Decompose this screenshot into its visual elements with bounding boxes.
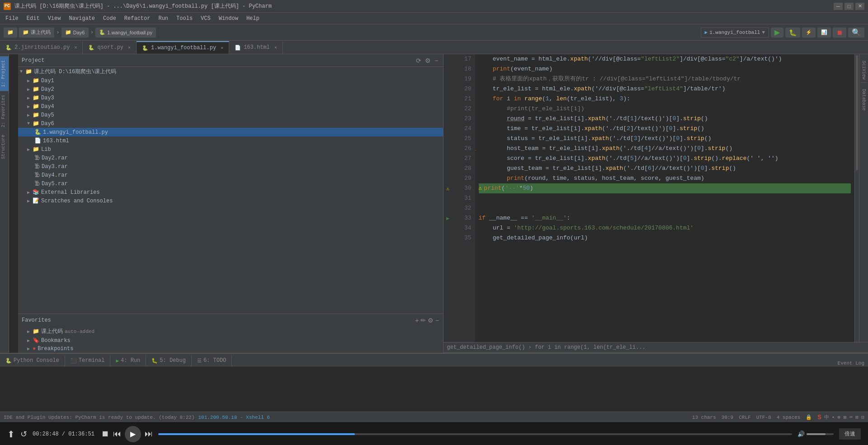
- bottom-tab-terminal[interactable]: ⬛ Terminal: [65, 355, 111, 366]
- panel-tab-favorites[interactable]: 2: Favorites: [0, 91, 9, 131]
- gutter-33[interactable]: ▶: [443, 213, 453, 223]
- tree-day4[interactable]: ▶ 📁 Day4: [18, 102, 443, 111]
- tab-close-qsort[interactable]: ✕: [128, 45, 131, 50]
- linenum-23: 23: [456, 114, 472, 124]
- code-editor[interactable]: event_name = html_ele.xpath('//div[@clas…: [475, 54, 855, 342]
- day6-label: Day6: [41, 121, 54, 127]
- favorites-add-button[interactable]: +: [415, 317, 419, 324]
- breadcrumb-day6[interactable]: 📁 课上代码: [19, 28, 54, 37]
- tree-day3rar[interactable]: 🗜 Day3.rar: [18, 162, 443, 171]
- tab-close-163html[interactable]: ✕: [274, 45, 277, 50]
- volume-bar[interactable]: [807, 433, 834, 435]
- video-prev-button[interactable]: ⬆: [7, 429, 15, 440]
- scrollbar-thumb[interactable]: [856, 55, 858, 170]
- tab-163html[interactable]: 📄 163.html ✕: [229, 41, 283, 54]
- vertical-scrollbar[interactable]: [854, 54, 859, 342]
- xshell-label: 101.200.50.18 - Xshell 6: [198, 415, 269, 420]
- sciview-tab[interactable]: SciView: [860, 58, 867, 83]
- folder-icon[interactable]: 📁: [4, 28, 17, 37]
- event-log-btn[interactable]: Event Log: [838, 361, 868, 366]
- profile-button[interactable]: 📊: [817, 28, 831, 37]
- video-rewind-button[interactable]: ⏮: [113, 429, 121, 439]
- stop-button[interactable]: ⏹: [833, 28, 846, 37]
- menu-file[interactable]: File: [2, 14, 22, 23]
- tree-day5rar[interactable]: 🗜 Day5.rar: [18, 179, 443, 188]
- breadcrumb-day6-folder[interactable]: 📁 Day6: [61, 28, 89, 37]
- sidebar-gear-button[interactable]: ⚙: [424, 57, 432, 64]
- tree-root[interactable]: ▼ 📁 课上代码 D:\16期爬虫\课上代码: [18, 67, 443, 76]
- favorites-gear-button[interactable]: ⚙: [428, 317, 434, 324]
- menu-code[interactable]: Code: [99, 14, 120, 23]
- tree-day2rar[interactable]: 🗜 Day2.rar: [18, 154, 443, 162]
- search-everywhere[interactable]: 🔍: [848, 28, 864, 37]
- fav-breakpoints[interactable]: ▶ ● Breakpoints: [18, 345, 443, 353]
- tree-scratches[interactable]: ▶ 📝 Scratches and Consoles: [18, 197, 443, 205]
- breadcrumb-file[interactable]: 🐍 1.wangyi_football.py: [95, 28, 156, 37]
- video-refresh-button[interactable]: ↺: [20, 429, 27, 439]
- favorites-collapse-button[interactable]: −: [435, 317, 439, 324]
- video-play-button[interactable]: ▶: [125, 426, 141, 442]
- favorites-edit-button[interactable]: ✏: [420, 317, 426, 324]
- tree-163html[interactable]: 📄 163.html: [18, 136, 443, 145]
- run-marker-icon[interactable]: ▶: [446, 215, 449, 222]
- menu-help[interactable]: Help: [243, 14, 263, 23]
- tree-day1[interactable]: ▶ 📁 Day1: [18, 76, 443, 85]
- bottom-tab-debug[interactable]: 🐛 5: Debug: [146, 355, 192, 366]
- menu-bar: File Edit View Navigate Code Refactor Ru…: [0, 13, 868, 24]
- tree-lib[interactable]: ▶ 📁 Lib: [18, 145, 443, 154]
- python-console-label: Python Console: [14, 357, 59, 364]
- tab-qsort[interactable]: 🐍 qsort.py ✕: [83, 41, 137, 54]
- panel-tab-project[interactable]: 1: Project: [0, 56, 9, 91]
- sidebar-collapse-button[interactable]: −: [434, 57, 439, 64]
- menu-tools[interactable]: Tools: [173, 14, 196, 23]
- tree-wangyi-football[interactable]: 🐍 1.wangyi_football.py: [18, 128, 443, 136]
- editor-area: ⚠ ▶ 17 18 19 20 21 22 23 24 25 26 27 2: [443, 54, 868, 353]
- video-progress-bar[interactable]: [158, 433, 792, 435]
- code-line-17: event_name = html_ele.xpath('//div[@clas…: [479, 54, 851, 64]
- coverage-button[interactable]: ⚡: [802, 28, 816, 37]
- minimize-button[interactable]: ─: [834, 3, 843, 10]
- menu-navigate[interactable]: Navigate: [65, 14, 99, 23]
- tab-close-jinritoutiao[interactable]: ✕: [74, 45, 77, 50]
- run-configuration[interactable]: ▶ 1.wangyi_football ▼: [701, 28, 769, 37]
- auto-added-label: auto-added: [65, 329, 94, 334]
- event-log-label: Event Log: [838, 361, 864, 366]
- tab-jinritoutiao[interactable]: 🐍 2.jinritoutiao.py ✕: [0, 41, 83, 54]
- debug-button[interactable]: 🐛: [785, 28, 800, 37]
- volume-icon[interactable]: 🔊: [797, 431, 805, 438]
- 163html-label: 163.html: [43, 138, 69, 144]
- menu-edit[interactable]: Edit: [23, 14, 43, 23]
- tab-wangyi[interactable]: 🐍 1.wangyi_football.py ✕: [137, 41, 229, 54]
- menu-run[interactable]: Run: [155, 14, 172, 23]
- window-title: 课上代码 [D:\16期爬虫\课上代码] - ...\Day6\1.wangyi…: [14, 2, 834, 10]
- tree-day4rar[interactable]: 🗜 Day4.rar: [18, 171, 443, 179]
- bottom-tab-run[interactable]: ▶ 4: Run: [110, 355, 146, 366]
- menu-vcs[interactable]: VCS: [197, 14, 214, 23]
- tree-external-libraries[interactable]: ▶ 📚 External Libraries: [18, 188, 443, 197]
- run-button[interactable]: ▶: [771, 28, 783, 37]
- fav-bookmarks[interactable]: ▶ 🔖 Bookmarks: [18, 336, 443, 345]
- menu-window[interactable]: Window: [215, 14, 242, 23]
- tree-day2[interactable]: ▶ 📁 Day2: [18, 85, 443, 94]
- menu-refactor[interactable]: Refactor: [121, 14, 154, 23]
- sidebar-sync-button[interactable]: ⟳: [415, 57, 422, 64]
- tree-day3[interactable]: ▶ 📁 Day3: [18, 94, 443, 102]
- app-icon: PC: [4, 3, 11, 10]
- maximize-button[interactable]: □: [844, 3, 854, 10]
- speed-button[interactable]: 倍速: [839, 428, 861, 440]
- video-stop-button[interactable]: ⏹: [101, 429, 109, 439]
- menu-view[interactable]: View: [44, 14, 65, 23]
- video-forward-button[interactable]: ⏭: [145, 429, 153, 439]
- window-controls[interactable]: ─ □ ✕: [834, 3, 864, 10]
- bottom-tab-python-console[interactable]: 🐍 Python Console: [0, 355, 65, 366]
- bottom-tab-todo[interactable]: ☰ 6: TODO: [192, 355, 232, 366]
- gutter-35: [443, 233, 453, 243]
- tree-day6[interactable]: ▼ 📁 Day6: [18, 119, 443, 128]
- tab-close-wangyi[interactable]: ✕: [221, 45, 223, 51]
- tree-day5[interactable]: ▶ 📁 Day5: [18, 111, 443, 119]
- line-numbers: 17 18 19 20 21 22 23 24 25 26 27 28 29 3…: [453, 54, 475, 342]
- fav-keshangdaima[interactable]: ▶ 📁 课上代码 auto-added: [18, 327, 443, 336]
- database-tab[interactable]: Database: [860, 86, 867, 113]
- close-button[interactable]: ✕: [855, 3, 864, 10]
- panel-tab-structure[interactable]: Structure: [0, 131, 9, 163]
